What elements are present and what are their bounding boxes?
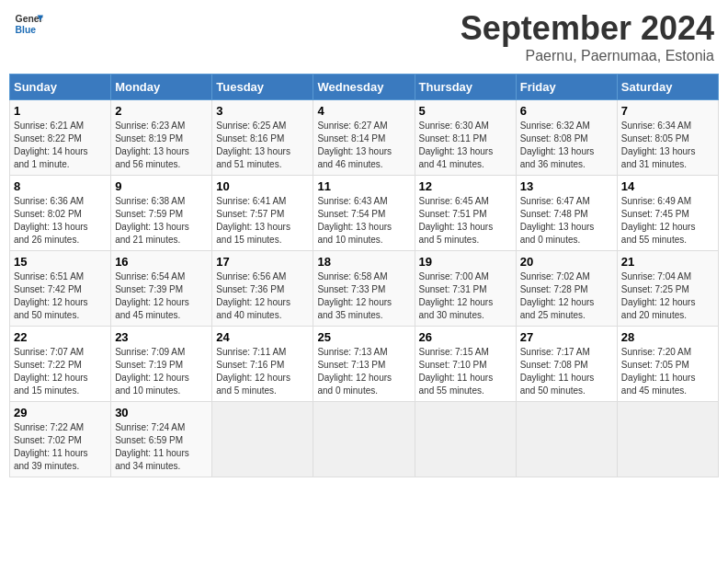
calendar-cell: 4Sunrise: 6:27 AMSunset: 8:14 PMDaylight… xyxy=(313,100,415,176)
calendar-cell: 19Sunrise: 7:00 AMSunset: 7:31 PMDayligh… xyxy=(415,251,516,327)
day-number: 6 xyxy=(520,104,613,118)
day-number: 2 xyxy=(115,104,208,118)
day-number: 11 xyxy=(317,179,410,193)
calendar-cell: 13Sunrise: 6:47 AMSunset: 7:48 PMDayligh… xyxy=(516,176,617,251)
calendar-cell: 20Sunrise: 7:02 AMSunset: 7:28 PMDayligh… xyxy=(516,251,617,327)
day-number: 26 xyxy=(419,330,512,344)
day-detail: Sunrise: 6:30 AMSunset: 8:11 PMDaylight:… xyxy=(419,120,512,171)
day-number: 17 xyxy=(216,255,309,269)
calendar-cell: 16Sunrise: 6:54 AMSunset: 7:39 PMDayligh… xyxy=(111,251,212,327)
day-detail: Sunrise: 6:32 AMSunset: 8:08 PMDaylight:… xyxy=(520,120,613,171)
day-number: 16 xyxy=(115,255,208,269)
day-number: 8 xyxy=(14,179,107,193)
calendar-cell xyxy=(212,402,313,477)
logo-icon: General Blue xyxy=(14,9,43,39)
week-row-1: 1Sunrise: 6:21 AMSunset: 8:22 PMDaylight… xyxy=(10,100,719,176)
day-number: 24 xyxy=(216,330,309,344)
day-detail: Sunrise: 6:47 AMSunset: 7:48 PMDaylight:… xyxy=(520,195,613,247)
calendar-cell: 29Sunrise: 7:22 AMSunset: 7:02 PMDayligh… xyxy=(10,402,111,477)
day-number: 23 xyxy=(115,330,208,344)
day-detail: Sunrise: 6:58 AMSunset: 7:33 PMDaylight:… xyxy=(317,270,410,322)
day-number: 14 xyxy=(621,179,714,193)
header: General Blue September 2024 Paernu, Paer… xyxy=(9,9,719,64)
calendar-cell: 6Sunrise: 6:32 AMSunset: 8:08 PMDaylight… xyxy=(516,100,617,176)
month-title: September 2024 xyxy=(461,9,714,48)
day-detail: Sunrise: 6:25 AMSunset: 8:16 PMDaylight:… xyxy=(216,120,309,171)
calendar-cell: 22Sunrise: 7:07 AMSunset: 7:22 PMDayligh… xyxy=(10,327,111,402)
calendar-cell: 30Sunrise: 7:24 AMSunset: 6:59 PMDayligh… xyxy=(111,402,212,477)
day-detail: Sunrise: 7:02 AMSunset: 7:28 PMDaylight:… xyxy=(520,270,613,322)
week-row-3: 15Sunrise: 6:51 AMSunset: 7:42 PMDayligh… xyxy=(10,251,719,327)
day-detail: Sunrise: 7:24 AMSunset: 6:59 PMDaylight:… xyxy=(115,421,208,473)
calendar-cell: 17Sunrise: 6:56 AMSunset: 7:36 PMDayligh… xyxy=(212,251,313,327)
calendar-cell: 7Sunrise: 6:34 AMSunset: 8:05 PMDaylight… xyxy=(617,100,718,176)
day-detail: Sunrise: 6:23 AMSunset: 8:19 PMDaylight:… xyxy=(115,120,208,171)
day-detail: Sunrise: 6:27 AMSunset: 8:14 PMDaylight:… xyxy=(317,120,410,171)
weekday-header-monday: Monday xyxy=(111,75,212,100)
calendar-cell: 9Sunrise: 6:38 AMSunset: 7:59 PMDaylight… xyxy=(111,176,212,251)
day-number: 3 xyxy=(216,104,309,118)
day-detail: Sunrise: 6:56 AMSunset: 7:36 PMDaylight:… xyxy=(216,270,309,322)
week-row-5: 29Sunrise: 7:22 AMSunset: 7:02 PMDayligh… xyxy=(10,402,719,477)
day-number: 19 xyxy=(419,255,512,269)
day-detail: Sunrise: 7:09 AMSunset: 7:19 PMDaylight:… xyxy=(115,346,208,397)
calendar-cell: 11Sunrise: 6:43 AMSunset: 7:54 PMDayligh… xyxy=(313,176,415,251)
day-number: 9 xyxy=(115,179,208,193)
day-detail: Sunrise: 6:36 AMSunset: 8:02 PMDaylight:… xyxy=(14,195,107,247)
title-area: September 2024 Paernu, Paernumaa, Estoni… xyxy=(461,9,714,64)
day-number: 21 xyxy=(621,255,714,269)
day-detail: Sunrise: 7:22 AMSunset: 7:02 PMDaylight:… xyxy=(14,421,107,473)
calendar-cell: 5Sunrise: 6:30 AMSunset: 8:11 PMDaylight… xyxy=(415,100,516,176)
day-number: 28 xyxy=(621,330,714,344)
day-detail: Sunrise: 7:15 AMSunset: 7:10 PMDaylight:… xyxy=(419,346,512,397)
day-number: 1 xyxy=(14,104,107,118)
calendar-cell xyxy=(415,402,516,477)
day-detail: Sunrise: 6:21 AMSunset: 8:22 PMDaylight:… xyxy=(14,120,107,171)
weekday-header-row: SundayMondayTuesdayWednesdayThursdayFrid… xyxy=(10,75,719,100)
day-detail: Sunrise: 6:45 AMSunset: 7:51 PMDaylight:… xyxy=(419,195,512,247)
day-detail: Sunrise: 7:20 AMSunset: 7:05 PMDaylight:… xyxy=(621,346,714,397)
day-detail: Sunrise: 6:49 AMSunset: 7:45 PMDaylight:… xyxy=(621,195,714,247)
calendar-cell: 3Sunrise: 6:25 AMSunset: 8:16 PMDaylight… xyxy=(212,100,313,176)
day-detail: Sunrise: 6:43 AMSunset: 7:54 PMDaylight:… xyxy=(317,195,410,247)
calendar-cell xyxy=(617,402,718,477)
calendar-cell xyxy=(516,402,617,477)
svg-text:Blue: Blue xyxy=(16,25,37,35)
calendar-cell: 15Sunrise: 6:51 AMSunset: 7:42 PMDayligh… xyxy=(10,251,111,327)
day-detail: Sunrise: 6:38 AMSunset: 7:59 PMDaylight:… xyxy=(115,195,208,247)
day-number: 7 xyxy=(621,104,714,118)
day-detail: Sunrise: 6:41 AMSunset: 7:57 PMDaylight:… xyxy=(216,195,309,247)
calendar-cell: 10Sunrise: 6:41 AMSunset: 7:57 PMDayligh… xyxy=(212,176,313,251)
day-number: 13 xyxy=(520,179,613,193)
day-detail: Sunrise: 7:17 AMSunset: 7:08 PMDaylight:… xyxy=(520,346,613,397)
calendar-cell: 21Sunrise: 7:04 AMSunset: 7:25 PMDayligh… xyxy=(617,251,718,327)
calendar-cell: 8Sunrise: 6:36 AMSunset: 8:02 PMDaylight… xyxy=(10,176,111,251)
weekday-header-friday: Friday xyxy=(516,75,617,100)
weekday-header-sunday: Sunday xyxy=(10,75,111,100)
calendar-cell: 2Sunrise: 6:23 AMSunset: 8:19 PMDaylight… xyxy=(111,100,212,176)
calendar-cell: 24Sunrise: 7:11 AMSunset: 7:16 PMDayligh… xyxy=(212,327,313,402)
day-number: 25 xyxy=(317,330,410,344)
day-detail: Sunrise: 7:13 AMSunset: 7:13 PMDaylight:… xyxy=(317,346,410,397)
day-number: 15 xyxy=(14,255,107,269)
calendar-cell: 27Sunrise: 7:17 AMSunset: 7:08 PMDayligh… xyxy=(516,327,617,402)
day-number: 5 xyxy=(419,104,512,118)
day-detail: Sunrise: 6:51 AMSunset: 7:42 PMDaylight:… xyxy=(14,270,107,322)
day-detail: Sunrise: 7:00 AMSunset: 7:31 PMDaylight:… xyxy=(419,270,512,322)
day-number: 18 xyxy=(317,255,410,269)
day-number: 22 xyxy=(14,330,107,344)
calendar-cell: 18Sunrise: 6:58 AMSunset: 7:33 PMDayligh… xyxy=(313,251,415,327)
calendar-cell xyxy=(313,402,415,477)
calendar-cell: 14Sunrise: 6:49 AMSunset: 7:45 PMDayligh… xyxy=(617,176,718,251)
weekday-header-tuesday: Tuesday xyxy=(212,75,313,100)
calendar-cell: 28Sunrise: 7:20 AMSunset: 7:05 PMDayligh… xyxy=(617,327,718,402)
logo: General Blue xyxy=(14,9,43,39)
day-number: 12 xyxy=(419,179,512,193)
day-detail: Sunrise: 6:54 AMSunset: 7:39 PMDaylight:… xyxy=(115,270,208,322)
subtitle: Paernu, Paernumaa, Estonia xyxy=(461,48,714,64)
weekday-header-wednesday: Wednesday xyxy=(313,75,415,100)
calendar-cell: 1Sunrise: 6:21 AMSunset: 8:22 PMDaylight… xyxy=(10,100,111,176)
week-row-4: 22Sunrise: 7:07 AMSunset: 7:22 PMDayligh… xyxy=(10,327,719,402)
day-number: 4 xyxy=(317,104,410,118)
day-number: 20 xyxy=(520,255,613,269)
